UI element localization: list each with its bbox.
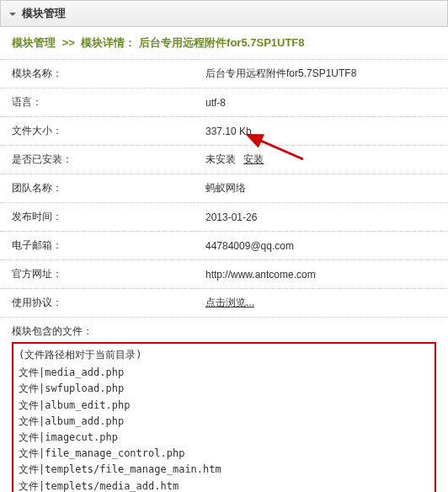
value-lang: utf-8: [194, 88, 448, 117]
file-item: 文件|templets/media_add.htm: [19, 479, 429, 493]
breadcrumb-prefix: 模块详情：: [81, 36, 136, 49]
page-header: 模块管理: [0, 0, 448, 27]
installed-status: 未安装: [205, 153, 236, 165]
row-name: 模块名称： 后台专用远程附件for5.7SP1UTF8: [0, 60, 448, 88]
label-lang: 语言：: [0, 88, 194, 117]
value-pub: 2013-01-26: [194, 203, 448, 232]
file-item: 文件|imagecut.php: [19, 430, 429, 446]
header-title: 模块管理: [22, 7, 66, 19]
files-note: (文件路径相对于当前目录): [19, 347, 429, 363]
value-size: 337.10 Kb: [194, 117, 448, 146]
value-email: 44784009@qq.com: [194, 232, 448, 260]
value-team: 蚂蚁网络: [194, 174, 448, 203]
file-item: 文件|album_edit.php: [19, 398, 429, 414]
files-box: (文件路径相对于当前目录) 文件|media_add.php文件|swfuplo…: [12, 342, 436, 492]
value-name: 后台专用远程附件for5.7SP1UTF8: [194, 60, 448, 88]
file-item: 文件|swfupload.php: [19, 381, 429, 397]
row-agree: 使用协议： 点击浏览...: [0, 289, 448, 318]
file-item: 文件|file_manage_control.php: [19, 446, 429, 462]
row-installed: 是否已安装： 未安装 安装: [0, 146, 448, 174]
caret-down-icon: [9, 13, 16, 16]
label-email: 电子邮箱：: [0, 232, 194, 260]
row-site: 官方网址： http://www.antcome.com: [0, 260, 448, 289]
row-size: 文件大小： 337.10 Kb: [0, 117, 448, 146]
row-email: 电子邮箱： 44784009@qq.com: [0, 232, 448, 260]
breadcrumb-sep: >>: [62, 36, 75, 49]
value-site: http://www.antcome.com: [194, 260, 448, 289]
file-item: 文件|templets/file_manage_main.htm: [19, 462, 429, 478]
label-installed: 是否已安装：: [0, 146, 194, 174]
agree-link[interactable]: 点击浏览...: [205, 297, 254, 308]
file-item: 文件|media_add.php: [19, 365, 429, 381]
install-link[interactable]: 安装: [243, 153, 264, 165]
label-team: 团队名称：: [0, 174, 194, 203]
detail-table: 模块名称： 后台专用远程附件for5.7SP1UTF8 语言： utf-8 文件…: [0, 59, 448, 318]
label-site: 官方网址：: [0, 260, 194, 289]
breadcrumb: 模块管理 >> 模块详情： 后台专用远程附件for5.7SP1UTF8: [0, 27, 448, 59]
file-item: 文件|album_add.php: [19, 414, 429, 430]
value-installed: 未安装 安装: [194, 146, 448, 174]
files-section: 模块包含的文件： (文件路径相对于当前目录) 文件|media_add.php文…: [0, 318, 448, 492]
row-team: 团队名称： 蚂蚁网络: [0, 174, 448, 203]
label-agree: 使用协议：: [0, 289, 194, 318]
label-size: 文件大小：: [0, 117, 194, 146]
row-lang: 语言： utf-8: [0, 88, 448, 117]
files-title: 模块包含的文件：: [12, 323, 436, 342]
breadcrumb-current: 后台专用远程附件for5.7SP1UTF8: [139, 36, 304, 49]
breadcrumb-root[interactable]: 模块管理: [12, 36, 56, 49]
files-list: 文件|media_add.php文件|swfupload.php文件|album…: [19, 365, 429, 492]
label-pub: 发布时间：: [0, 203, 194, 232]
row-pub: 发布时间： 2013-01-26: [0, 203, 448, 232]
label-name: 模块名称：: [0, 60, 194, 88]
